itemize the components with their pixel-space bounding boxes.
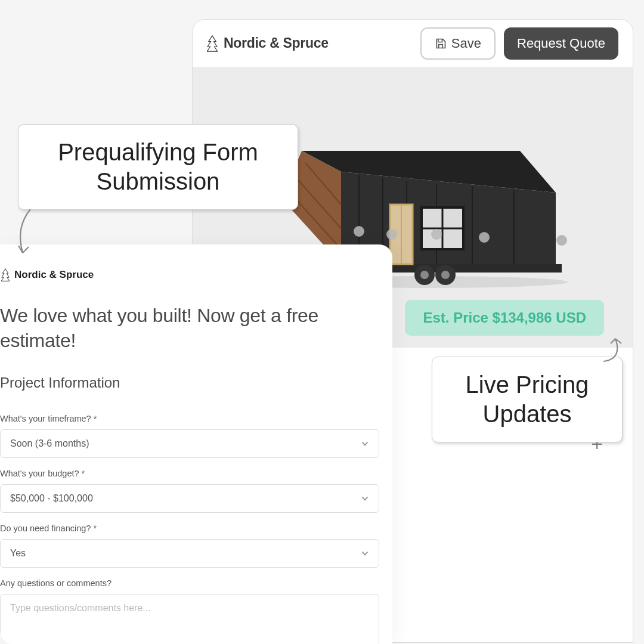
financing-select[interactable]: Yes — [0, 539, 379, 568]
timeframe-select[interactable]: Soon (3-6 months) — [0, 429, 379, 458]
quote-label: Request Quote — [517, 36, 605, 51]
save-label: Save — [451, 36, 481, 51]
callout-live-pricing: Live Pricing Updates — [432, 357, 623, 442]
request-quote-button[interactable]: Request Quote — [504, 27, 618, 60]
timeframe-value: Soon (3-6 months) — [10, 438, 89, 449]
chevron-down-icon — [361, 439, 369, 448]
field-comments: Any questions or comments? — [0, 578, 392, 644]
svg-point-26 — [431, 229, 442, 240]
tree-logo-icon — [1, 268, 10, 281]
svg-point-6 — [441, 271, 450, 279]
budget-label: What's your budget? * — [0, 469, 391, 478]
callout-prequalifying: Prequalifying Form Submission — [18, 124, 298, 210]
field-timeframe: What's your timeframe? * Soon (3-6 month… — [0, 414, 392, 458]
timeframe-label: What's your timeframe? * — [0, 414, 391, 423]
app-header: Nordic & Spruce Save Request Quote — [193, 20, 633, 67]
field-financing: Do you need financing? * Yes — [0, 524, 392, 568]
comments-label: Any questions or comments? — [0, 578, 391, 588]
header-buttons: Save Request Quote — [420, 27, 618, 60]
svg-point-27 — [479, 232, 490, 243]
brand-name: Nordic & Spruce — [224, 35, 329, 51]
chevron-down-icon — [361, 494, 369, 503]
estimated-price-badge: Est. Price $134,986 USD — [405, 300, 604, 336]
budget-value: $50,000 - $100,000 — [10, 493, 93, 504]
save-button[interactable]: Save — [420, 27, 496, 60]
form-brand: Nordic & Spruce — [0, 268, 392, 281]
financing-value: Yes — [10, 548, 26, 559]
svg-point-25 — [386, 229, 397, 240]
save-icon — [435, 38, 447, 49]
form-brand-name: Nordic & Spruce — [14, 269, 94, 281]
form-title: We love what you built! Now get a free e… — [0, 303, 392, 353]
svg-point-4 — [420, 271, 429, 279]
comments-textarea[interactable] — [0, 594, 379, 644]
svg-point-28 — [556, 235, 567, 246]
tree-logo-icon — [207, 35, 218, 52]
svg-point-24 — [354, 226, 364, 237]
arrow-icon — [599, 335, 628, 364]
field-budget: What's your budget? * $50,000 - $100,000 — [0, 469, 392, 513]
brand: Nordic & Spruce — [207, 35, 329, 52]
form-section-title: Project Information — [0, 374, 392, 391]
chevron-down-icon — [361, 549, 369, 558]
financing-label: Do you need financing? * — [0, 524, 391, 533]
arrow-icon — [10, 206, 39, 260]
prequalifying-form-panel: Nordic & Spruce We love what you built! … — [0, 244, 392, 644]
budget-select[interactable]: $50,000 - $100,000 — [0, 484, 379, 513]
